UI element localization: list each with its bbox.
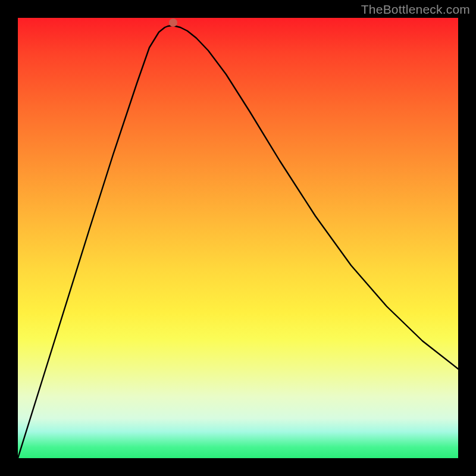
optimal-point-marker bbox=[169, 18, 177, 27]
plot-area bbox=[18, 18, 458, 458]
chart-svg bbox=[18, 18, 458, 458]
chart-frame: TheBottleneck.com bbox=[0, 0, 476, 476]
watermark-text: TheBottleneck.com bbox=[361, 2, 470, 17]
bottleneck-curve bbox=[18, 26, 458, 458]
